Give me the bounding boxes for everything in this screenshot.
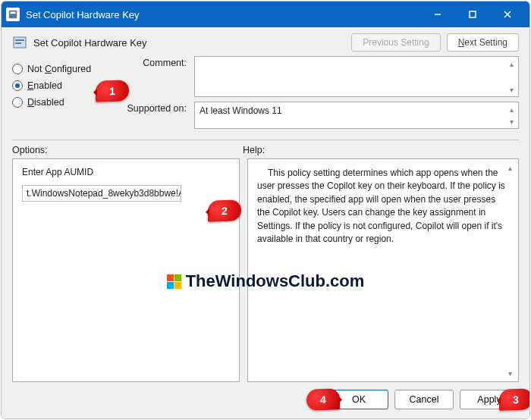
svg-rect-1 — [11, 12, 16, 14]
next-setting-button[interactable]: Next Setting — [447, 33, 519, 52]
comment-label: Comment: — [120, 56, 187, 97]
cancel-button[interactable]: Cancel — [394, 390, 454, 409]
scroll-down-icon[interactable]: ▾ — [506, 84, 517, 95]
app-icon — [6, 8, 20, 21]
radio-icon — [12, 97, 23, 108]
callout-4: 4 — [306, 388, 340, 411]
callout-1: 1 — [96, 80, 129, 102]
dialog-footer: OK Cancel Apply — [2, 382, 529, 418]
titlebar: Set Copilot Hardware Key — [2, 2, 529, 27]
radio-icon — [12, 64, 23, 74]
scroll-down-icon[interactable]: ▾ — [504, 368, 515, 378]
options-heading: Options: — [12, 145, 243, 155]
supported-on-value: At least Windows 11 — [200, 105, 282, 116]
close-button[interactable] — [490, 2, 525, 27]
header-row: Set Copilot Hardware Key Previous Settin… — [2, 27, 529, 53]
options-pane: Enter App AUMID t.WindowsNotepad_8wekyb3… — [12, 158, 240, 382]
aumid-input[interactable]: t.WindowsNotepad_8wekyb3d8bbwe!App — [22, 185, 181, 202]
radio-not-configured[interactable]: Not Configured — [12, 61, 111, 77]
svg-rect-8 — [15, 42, 21, 44]
svg-rect-7 — [15, 39, 24, 41]
divider — [12, 139, 519, 140]
minimize-button[interactable] — [420, 2, 455, 27]
scroll-up-icon[interactable]: ▴ — [506, 104, 517, 114]
help-text: This policy setting determines which app… — [257, 167, 509, 246]
scroll-up-icon[interactable]: ▴ — [504, 162, 515, 173]
help-heading: Help: — [243, 145, 265, 155]
callout-2: 2 — [208, 199, 241, 222]
svg-rect-3 — [470, 11, 476, 17]
client-area: Set Copilot Hardware Key Previous Settin… — [2, 27, 529, 418]
svg-rect-0 — [9, 11, 17, 19]
page-title: Set Copilot Hardware Key — [33, 37, 147, 49]
comment-textarea[interactable]: ▴ ▾ — [194, 56, 519, 97]
previous-setting-button[interactable]: Previous Setting — [351, 33, 440, 52]
policy-icon — [12, 35, 27, 50]
help-pane: This policy setting determines which app… — [247, 158, 519, 382]
window-title: Set Copilot Hardware Key — [26, 9, 420, 20]
radio-icon — [12, 80, 23, 91]
option-field-label: Enter App AUMID — [22, 167, 230, 177]
scroll-up-icon[interactable]: ▴ — [506, 58, 517, 69]
maximize-button[interactable] — [455, 2, 490, 27]
dialog-window: Set Copilot Hardware Key Set Copilot Har… — [1, 1, 530, 419]
scroll-down-icon[interactable]: ▾ — [506, 116, 517, 127]
supported-label: Supported on: — [120, 102, 187, 129]
supported-on-box: At least Windows 11 ▴ ▾ — [194, 102, 519, 129]
callout-3: 3 — [499, 388, 530, 411]
